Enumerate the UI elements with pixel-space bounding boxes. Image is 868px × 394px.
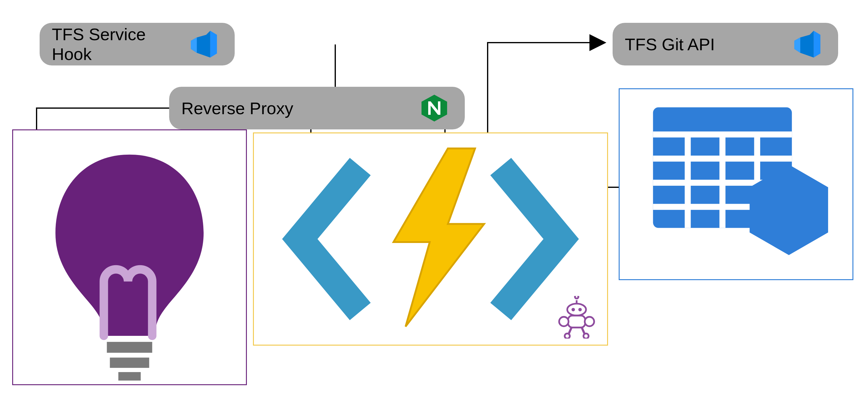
robot-icon xyxy=(555,296,598,338)
svg-rect-1 xyxy=(110,357,149,368)
node-label: TFS Service Hook xyxy=(52,24,186,64)
svg-rect-6 xyxy=(568,316,585,327)
svg-point-3 xyxy=(567,303,586,316)
table-hexagon-icon xyxy=(620,89,852,279)
node-reverse-proxy: Reverse Proxy xyxy=(169,87,465,129)
svg-rect-0 xyxy=(107,342,152,353)
lightbulb-icon xyxy=(13,130,246,384)
node-tfs-git-api: TFS Git API xyxy=(613,23,838,65)
svg-point-9 xyxy=(565,333,570,338)
node-label: TFS Git API xyxy=(625,34,789,54)
node-label: Reverse Proxy xyxy=(181,98,416,118)
panel-app-insights xyxy=(12,129,247,385)
panel-azure-functions xyxy=(253,132,608,346)
svg-point-8 xyxy=(585,317,594,326)
svg-point-5 xyxy=(579,308,582,311)
svg-point-7 xyxy=(559,317,569,326)
architecture-diagram: TFS Service Hook Reverse Proxy TFS Git A… xyxy=(0,0,868,394)
vsts-icon xyxy=(186,27,222,61)
svg-point-10 xyxy=(583,333,589,338)
svg-point-4 xyxy=(571,308,575,311)
panel-table-storage xyxy=(619,88,854,280)
svg-rect-2 xyxy=(118,372,141,381)
functions-icon xyxy=(254,133,607,345)
nginx-icon xyxy=(416,93,453,123)
node-tfs-service-hook: TFS Service Hook xyxy=(40,23,235,65)
vsts-icon xyxy=(789,27,826,61)
